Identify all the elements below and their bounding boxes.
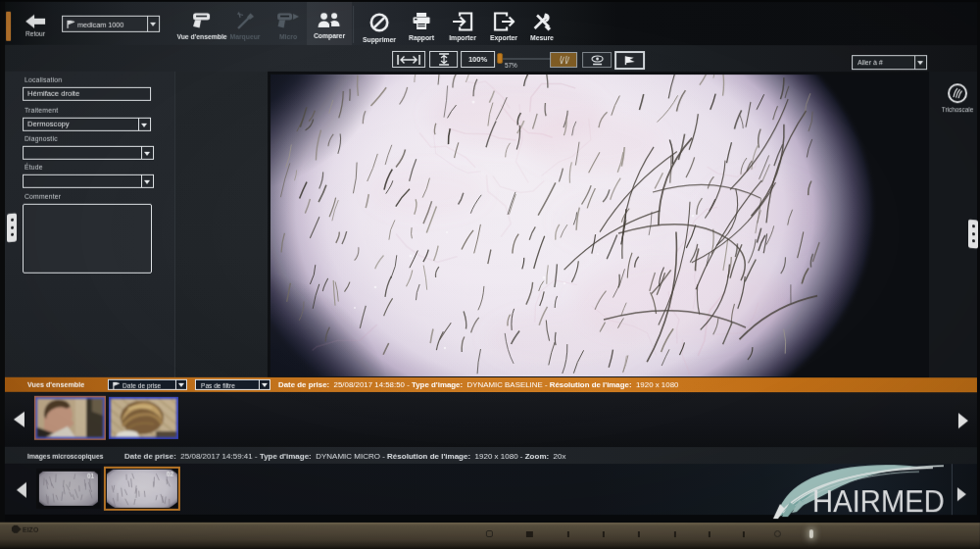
- svg-text:HAIRMED: HAIRMED: [812, 484, 945, 519]
- svg-text:02: 02: [167, 471, 174, 477]
- svg-text:EIZO: EIZO: [23, 526, 39, 533]
- svg-text:01: 01: [87, 473, 95, 479]
